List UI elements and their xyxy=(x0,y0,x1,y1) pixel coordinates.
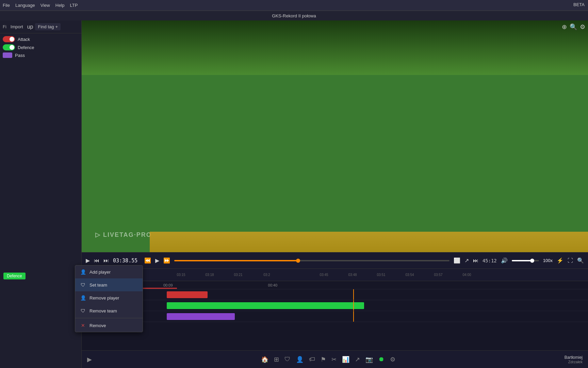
bottom-person-icon[interactable]: 👤 xyxy=(296,356,304,363)
export-button[interactable]: ↗ xyxy=(464,257,469,264)
timeline-cursor-defence xyxy=(353,300,354,311)
bottom-play-btn[interactable]: ▶ xyxy=(87,356,92,363)
progress-thumb[interactable] xyxy=(296,259,300,263)
sidebar-top: Fi Import up Find tag + xyxy=(0,20,81,33)
bottom-settings-icon[interactable]: ⚙ xyxy=(390,356,395,363)
bottom-home-icon[interactable]: 🏠 xyxy=(261,356,268,363)
watermark: ▷ LIVETAG·PRO xyxy=(95,231,152,239)
tag-attack-toggle[interactable] xyxy=(3,36,15,42)
ruler-2: 03:21 xyxy=(225,273,252,277)
add-player-icon: 👤 xyxy=(80,269,86,275)
track-pass-area[interactable] xyxy=(163,311,588,322)
tag-attack: Attack xyxy=(3,36,79,42)
sidebar-fi-label: Fi xyxy=(3,24,6,29)
frame-capture-button[interactable]: ⬜ xyxy=(454,257,460,264)
tag-defence: Defence xyxy=(3,44,79,50)
zoom-in-icon[interactable]: ⊕ xyxy=(562,23,567,31)
playback-speed: 100x xyxy=(543,258,553,263)
step-forward-button[interactable]: ⏭ xyxy=(103,258,109,264)
bottom-record-icon[interactable]: ⏺ xyxy=(378,356,385,363)
clip-pass-1[interactable] xyxy=(167,313,235,320)
set-team-icon: 🛡 xyxy=(80,282,86,288)
timeline-cursor-pass xyxy=(353,311,354,322)
video-progress-bar[interactable] xyxy=(174,260,450,261)
zoom-out-icon[interactable]: 🔍 xyxy=(570,23,577,31)
menu-language[interactable]: Language xyxy=(15,3,35,8)
step-back-button[interactable]: ⏮ xyxy=(94,258,99,264)
ctx-remove-team-label: Remove team xyxy=(89,308,117,313)
ctx-set-team[interactable]: 🛡 Set team xyxy=(75,278,143,291)
next-clip-button[interactable]: ⏭ xyxy=(473,258,478,264)
user-name: Bartłomiej xyxy=(565,355,583,360)
ruler-6: 03:51 xyxy=(368,273,395,277)
ctx-add-player-label: Add player xyxy=(89,270,111,275)
current-time: 03:38.55 xyxy=(113,258,140,264)
ruler-8: 03:57 xyxy=(425,273,452,277)
tag-pass-color[interactable] xyxy=(3,52,12,58)
sidebar: Fi Import up Find tag + Attack Defence xyxy=(0,20,82,368)
volume-slider[interactable] xyxy=(512,260,539,261)
sidebar-up-label: up xyxy=(27,24,33,30)
ruler-5: 03:48 xyxy=(339,273,366,277)
tag-pass: Pass xyxy=(3,52,79,58)
bottom-icons-center: 🏠 ⊞ 🛡 👤 🏷 ⚑ ✂ 📊 ↗ 📷 ⏺ ⚙ xyxy=(261,356,395,363)
bottom-flag-icon[interactable]: ⚑ xyxy=(321,356,326,363)
bottom-clip-icon[interactable]: ✂ xyxy=(331,356,337,363)
menu-file[interactable]: File xyxy=(3,3,10,8)
fast-forward-button[interactable]: ⏩ xyxy=(163,257,170,264)
tag-speed-icon[interactable]: ⚡ xyxy=(557,257,564,264)
ctx-remove-team[interactable]: 🛡 Remove team xyxy=(75,304,143,317)
track-defence: 2 [d] Defence xyxy=(82,300,588,311)
timeline-section: 03:15 03:18 03:21 03:2 03:45 03:48 03:51… xyxy=(82,269,588,350)
play-button[interactable]: ▶ xyxy=(86,257,90,264)
import-button[interactable]: Import xyxy=(9,24,25,30)
bottom-grid-icon[interactable]: ⊞ xyxy=(274,356,279,363)
rewind-button[interactable]: ⏪ xyxy=(144,257,151,264)
progress-fill xyxy=(174,260,298,261)
total-time: 45:12 xyxy=(483,258,497,263)
ctx-remove[interactable]: ✕ Remove xyxy=(75,319,143,332)
bottom-tag-icon[interactable]: 🏷 xyxy=(309,356,315,363)
video-area: ▷ LIVETAG·PRO ⊕ 🔍 ⚙ ▶ ⏮ ⏭ 03:38.55 ⏪ ▶ ⏩ xyxy=(82,20,588,368)
play-center-button[interactable]: ▶ xyxy=(155,257,159,264)
bottom-chart-icon[interactable]: 📊 xyxy=(342,356,349,363)
track-defence-area[interactable] xyxy=(163,300,588,311)
ctx-add-player[interactable]: 👤 Add player xyxy=(75,265,143,278)
defence-active-badge: Defence xyxy=(3,273,26,279)
find-tag-plus-icon: + xyxy=(55,24,58,29)
find-tag-label: Find tag xyxy=(38,24,54,29)
remove-player-icon: 👤 xyxy=(80,295,86,301)
volume-button[interactable]: 🔊 xyxy=(501,257,508,264)
bottom-camera-icon[interactable]: 📷 xyxy=(365,356,373,363)
menu-bar: File Language View Help LTP BETA xyxy=(0,0,588,11)
user-info: Bartłomiej Zdrzałek xyxy=(565,355,583,364)
find-tag-button[interactable]: Find tag + xyxy=(35,23,61,30)
ruler-0: 03:15 xyxy=(167,273,195,277)
menu-ltp[interactable]: LTP xyxy=(70,3,78,8)
segment-end: 00:40 xyxy=(268,283,278,287)
settings-icon[interactable]: ⚙ xyxy=(580,23,585,31)
search-timeline-icon[interactable]: 🔍 xyxy=(577,257,584,264)
timeline-header: 03:15 03:18 03:21 03:2 03:45 03:48 03:51… xyxy=(82,269,588,281)
remove-team-icon: 🛡 xyxy=(80,308,86,314)
track-attack-area[interactable] xyxy=(163,289,588,300)
tag-defence-toggle[interactable] xyxy=(3,44,15,50)
ctx-separator xyxy=(75,318,143,318)
video-player[interactable]: ▷ LIVETAG·PRO ⊕ 🔍 ⚙ xyxy=(82,20,588,252)
bottom-shield-icon[interactable]: 🛡 xyxy=(284,356,291,363)
stadium-barrier xyxy=(150,232,588,252)
menu-view[interactable]: View xyxy=(40,3,50,8)
ctx-remove-player[interactable]: 👤 Remove player xyxy=(75,291,143,304)
tag-pass-label: Pass xyxy=(15,53,25,58)
ctx-remove-label: Remove xyxy=(89,323,106,328)
ctx-remove-player-label: Remove player xyxy=(89,295,119,301)
clip-defence-1[interactable] xyxy=(167,302,364,309)
tag-defence-label: Defence xyxy=(18,45,34,50)
bottom-share-icon[interactable]: ↗ xyxy=(355,356,360,363)
ruler-9: 04:00 xyxy=(453,273,480,277)
timeline-cursor-attack xyxy=(353,289,354,300)
expand-button[interactable]: ⛶ xyxy=(568,258,573,264)
ruler-3: 03:2 xyxy=(253,273,280,277)
ruler-1: 03:18 xyxy=(196,273,223,277)
menu-help[interactable]: Help xyxy=(55,3,65,8)
